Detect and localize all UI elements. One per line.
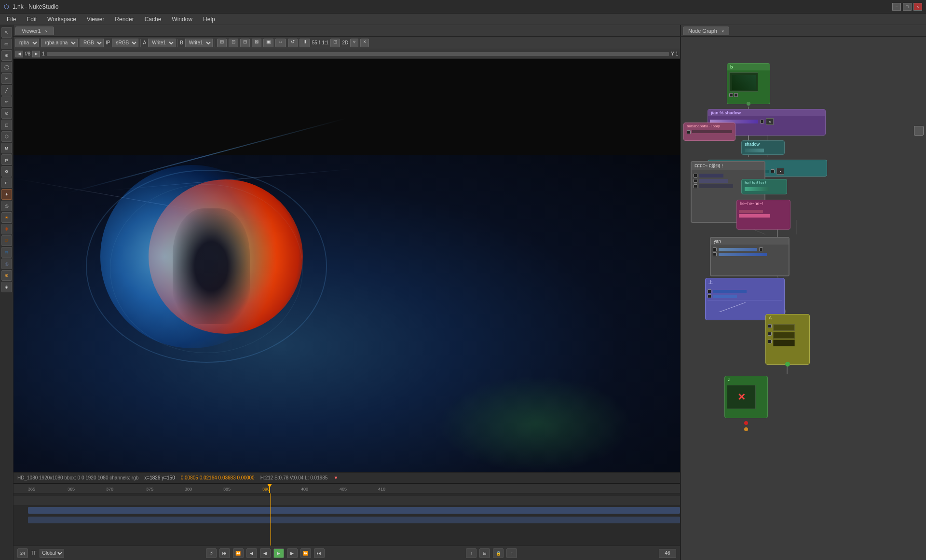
toolbar-extra2[interactable]: ◈ (1, 282, 12, 292)
menu-workspace[interactable]: Workspace (42, 15, 81, 24)
z-output-orange[interactable] (744, 427, 748, 431)
viewer-btn-4[interactable]: ▣ (263, 39, 273, 47)
ffff-port-3[interactable] (694, 184, 697, 188)
A-port-1[interactable] (768, 324, 772, 328)
tl-step-fwd[interactable]: ⏩ (300, 548, 311, 558)
viewer-btn-flip[interactable]: ↔ (275, 39, 286, 47)
baba-port-1[interactable] (687, 130, 691, 134)
nav-slider[interactable] (47, 52, 669, 56)
menu-file[interactable]: File (2, 15, 21, 24)
nav-prev[interactable]: ◀ (15, 51, 23, 57)
node-A[interactable]: A (765, 314, 810, 365)
purple-port-1[interactable] (708, 289, 711, 293)
viewer-btn-refresh[interactable]: ↺ (288, 39, 298, 47)
alpha-select[interactable]: rgba.alpha (41, 39, 78, 47)
yan-port-3[interactable] (713, 252, 717, 256)
node-hehe[interactable]: he~he~he~! (736, 200, 790, 230)
viewer-btn-settings[interactable]: ▿ (350, 39, 358, 47)
toolbar-transform[interactable]: ⊕ (1, 50, 12, 61)
jian-btn[interactable]: × (766, 118, 774, 125)
viewer-btn-1[interactable]: ⊞ (217, 39, 227, 47)
viewer-btn-2[interactable]: ⊡ (229, 39, 238, 47)
toolbar-eraser[interactable]: ◻ (1, 120, 12, 130)
A-output[interactable] (785, 362, 790, 367)
toolbar-arrow[interactable]: ↖ (1, 27, 12, 38)
maximize-button[interactable]: □ (903, 3, 912, 11)
jian-port-out[interactable] (760, 120, 764, 123)
tl-audio[interactable]: ♪ (466, 548, 477, 558)
viewer-tab[interactable]: Viewer1 × (15, 27, 54, 35)
node-z[interactable]: z ✕ (724, 376, 768, 418)
write-a-select[interactable]: Write1 (148, 39, 176, 47)
toolbar-knife[interactable]: ✂ (1, 73, 12, 84)
A-port-2[interactable] (768, 332, 772, 336)
global-select[interactable]: Global (40, 549, 64, 558)
node-bababababa[interactable]: bababababa~! baqi (683, 123, 735, 141)
toolbar-paint[interactable]: ✏ (1, 96, 12, 107)
toolbar-line[interactable]: ╱ (1, 85, 12, 96)
ffff-port-1[interactable] (694, 174, 697, 178)
beng-port[interactable] (771, 169, 775, 173)
toolbar-extra1[interactable]: ⊛ (1, 270, 12, 281)
track-clip-1[interactable] (28, 507, 680, 514)
toolbar-swirl[interactable]: ❂ (1, 235, 12, 246)
yan-port-2[interactable] (759, 247, 763, 251)
toolbar-clock[interactable]: ◷ (1, 201, 12, 211)
ffff-port-2[interactable] (694, 179, 697, 183)
toolbar-circle[interactable]: ◯ (1, 62, 12, 72)
channel-select[interactable]: rgba (15, 39, 39, 47)
nav-next[interactable]: ▶ (32, 51, 40, 57)
toolbar-glow[interactable]: ❋ (1, 224, 12, 234)
menu-edit[interactable]: Edit (22, 15, 41, 24)
viewer-canvas[interactable] (14, 59, 680, 472)
menu-window[interactable]: Window (167, 15, 197, 24)
tl-loop-btn[interactable]: ↺ (206, 548, 217, 558)
minimize-button[interactable]: − (892, 3, 901, 11)
viewer-btn-3[interactable]: ⊠ (252, 39, 261, 47)
toolbar-ripple[interactable]: ◎ (1, 259, 12, 269)
tl-lock[interactable]: 🔒 (493, 548, 504, 558)
toolbar-particle[interactable]: ✦ (1, 189, 12, 200)
nodegraph-tab-close[interactable]: × (722, 29, 724, 34)
beng-btn[interactable]: × (776, 168, 784, 175)
tl-skip-end[interactable]: ⏭ (314, 548, 325, 558)
purple-port-2[interactable] (708, 294, 711, 298)
toolbar-clone[interactable]: ⊙ (1, 108, 12, 119)
menu-cache[interactable]: Cache (140, 15, 166, 24)
node-b-output[interactable] (747, 102, 750, 106)
node-b-port-1[interactable] (729, 93, 733, 97)
tl-play-back[interactable]: ◀ (260, 548, 271, 558)
menu-viewer[interactable]: Viewer (82, 15, 109, 24)
nodegraph-tab[interactable]: Node Graph × (683, 27, 729, 35)
node-haha[interactable]: ha! ha! ha ! (741, 179, 787, 194)
titlebar-controls[interactable]: − □ × (892, 3, 922, 11)
viewer-btn-fit[interactable]: ⊡ (330, 39, 340, 47)
toolbar-fire[interactable]: ☀ (1, 212, 12, 223)
toolbar-pl[interactable]: pl (1, 154, 12, 165)
A-port-3[interactable] (768, 340, 772, 343)
node-b-port-2[interactable] (734, 93, 738, 97)
toolbar-wave[interactable]: ≋ (1, 247, 12, 258)
yan-port-1[interactable] (713, 247, 717, 251)
tl-skip-start[interactable]: ⏮ (219, 548, 230, 558)
toolbar-M[interactable]: M (1, 143, 12, 153)
viewer-btn-roi[interactable]: ⊟ (240, 39, 250, 47)
tl-prev-frame[interactable]: ◀ (246, 548, 257, 558)
nodegraph-canvas[interactable]: b jian % shadow (681, 37, 926, 560)
toolbar-E[interactable]: E (1, 178, 12, 188)
tl-next-frame[interactable]: ▶ (287, 548, 298, 558)
tl-play[interactable]: ▶ (273, 548, 284, 558)
connector-right-1[interactable] (914, 126, 924, 136)
tl-shuttle[interactable]: ⊟ (479, 548, 490, 558)
write-b-select[interactable]: Write1 (185, 39, 213, 47)
menu-help[interactable]: Help (198, 15, 220, 24)
colorspace-select[interactable]: RGB (80, 39, 104, 47)
tl-export[interactable]: ↑ (506, 548, 517, 558)
node-b[interactable]: b (727, 63, 770, 104)
close-button[interactable]: × (913, 3, 922, 11)
viewer-btn-close[interactable]: × (360, 39, 369, 47)
menu-render[interactable]: Render (110, 15, 138, 24)
z-output-red[interactable] (744, 421, 748, 425)
toolbar-select[interactable]: ▭ (1, 39, 12, 49)
frame-counter[interactable] (659, 549, 676, 558)
